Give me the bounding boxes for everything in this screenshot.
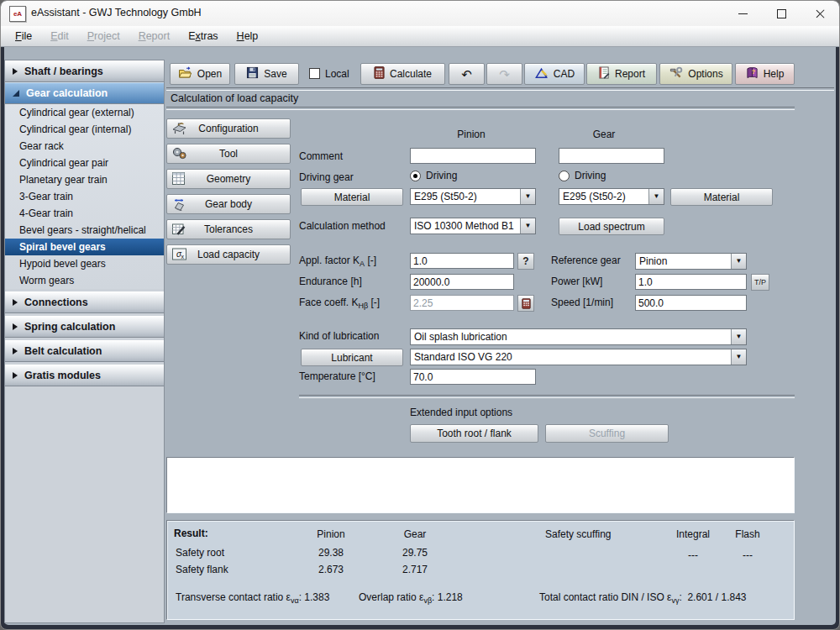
dropdown-arrow-icon[interactable]: ▼ <box>520 189 535 204</box>
torque-power-toggle-button[interactable]: T/P <box>751 274 769 291</box>
close-button[interactable] <box>801 1 839 26</box>
cad-button[interactable]: CAD <box>524 63 585 85</box>
save-button[interactable]: Save <box>234 63 299 85</box>
local-checkbox[interactable] <box>309 68 320 79</box>
lubricant-dropdown[interactable]: Standard ISO VG 220 ▼ <box>410 349 747 365</box>
message-box <box>166 457 795 513</box>
temperature-input[interactable] <box>410 369 536 385</box>
sidebar: Shaft / bearings Gear calculation Cylind… <box>4 60 165 623</box>
minimize-button[interactable] <box>723 1 762 26</box>
gear-body-button[interactable]: Gear body <box>166 194 291 214</box>
lubrication-dropdown[interactable]: Oil splash lubrication ▼ <box>410 328 747 345</box>
sidebar-item-gear-rack[interactable]: Gear rack <box>5 138 164 155</box>
calculation-method-dropdown[interactable]: ISO 10300 Method B1 ▼ <box>410 218 536 234</box>
lubrication-label: Kind of lubrication <box>299 330 379 342</box>
maximize-button[interactable] <box>762 1 801 26</box>
sidebar-item-cylindrical-gear-external[interactable]: Cylindrical gear (external) <box>5 104 164 121</box>
sidebar-section-spring-calculation[interactable]: Spring calculation <box>5 316 164 338</box>
sidebar-item-hypoid-bevel-gears[interactable]: Hypoid bevel gears <box>5 255 164 272</box>
tolerances-button[interactable]: Tolerances <box>166 219 291 239</box>
endurance-label: Endurance [h] <box>299 276 362 287</box>
driving-gear-radio[interactable]: Driving <box>559 170 606 181</box>
expanded-arrow-icon <box>13 90 19 97</box>
menubar: File Edit Project Report Extras Help <box>1 26 839 47</box>
sidebar-item-bevel-gears[interactable]: Bevel gears - straight/helical <box>5 222 164 239</box>
appl-factor-label: Appl. factor KA [-] <box>299 255 376 268</box>
geometry-button[interactable]: Geometry <box>166 169 291 189</box>
overlap-ratio: Overlap ratio εvβ: 1.218 <box>359 591 463 605</box>
tool-button[interactable]: Tool <box>166 144 291 164</box>
gear-body-icon <box>171 197 187 213</box>
undo-button[interactable]: ↶ <box>449 63 485 85</box>
dropdown-arrow-icon[interactable]: ▼ <box>731 254 746 269</box>
menu-extras[interactable]: Extras <box>179 26 227 46</box>
sidebar-item-cylindrical-gear-pair[interactable]: Cylindrical gear pair <box>5 155 164 171</box>
collapsed-arrow-icon <box>13 348 18 354</box>
configuration-icon <box>171 121 187 138</box>
sidebar-section-gratis-modules[interactable]: Gratis modules <box>5 365 164 386</box>
menu-help[interactable]: Help <box>228 26 268 46</box>
menu-file[interactable]: File <box>6 26 41 46</box>
result-col-gear: Gear <box>377 528 453 540</box>
sidebar-item-spiral-bevel-gears[interactable]: Spiral bevel gears <box>5 239 164 255</box>
open-button[interactable]: Open <box>170 63 230 85</box>
help-button[interactable]: ? Help <box>735 63 795 85</box>
sidebar-item-planetary-gear-train[interactable]: Planetary gear train <box>5 171 164 188</box>
calculate-button[interactable]: Calculate <box>360 63 445 85</box>
dropdown-arrow-icon[interactable]: ▼ <box>648 189 664 204</box>
load-capacity-button[interactable]: σx Load capacity <box>166 244 291 265</box>
open-folder-icon <box>178 66 192 81</box>
scuffing-button: Scuffing <box>545 424 669 443</box>
face-coeff-label: Face coeff. KHβ [-] <box>299 297 380 310</box>
sidebar-section-belt-calculation[interactable]: Belt calculation <box>5 340 164 362</box>
sidebar-item-4-gear-train[interactable]: 4-Gear train <box>5 205 164 222</box>
dropdown-arrow-icon[interactable]: ▼ <box>520 218 535 234</box>
tooth-root-flank-button[interactable]: Tooth root / flank <box>410 424 538 443</box>
sidebar-section-gear-calculation[interactable]: Gear calculation <box>5 82 164 104</box>
window-controls <box>723 1 839 26</box>
speed-input[interactable] <box>635 295 747 311</box>
options-tools-icon <box>669 66 683 81</box>
appl-factor-help-button[interactable]: ? <box>517 253 534 270</box>
speed-label: Speed [1/min] <box>551 297 613 308</box>
result-col-scuffing: Safety scuffing <box>545 528 612 540</box>
form-divider <box>299 395 795 398</box>
endurance-input[interactable] <box>410 274 514 290</box>
material-gear-dropdown[interactable]: E295 (St50-2) ▼ <box>559 188 664 205</box>
material-gear-button[interactable]: Material <box>670 188 773 206</box>
power-input[interactable] <box>635 274 747 290</box>
sidebar-section-connections[interactable]: Connections <box>5 291 164 313</box>
safety-flank-pinion-value: 2.673 <box>293 564 369 575</box>
appl-factor-input[interactable] <box>410 253 514 269</box>
save-floppy-icon <box>246 66 259 81</box>
radio-unselected-icon <box>559 171 570 181</box>
comment-pinion-input[interactable] <box>410 148 536 164</box>
material-pinion-dropdown[interactable]: E295 (St50-2) ▼ <box>410 188 536 205</box>
sidebar-item-3-gear-train[interactable]: 3-Gear train <box>5 188 164 205</box>
report-icon <box>598 66 610 81</box>
report-button[interactable]: Report <box>586 63 657 85</box>
material-pinion-button[interactable]: Material <box>301 188 403 206</box>
sidebar-item-cylindrical-gear-internal[interactable]: Cylindrical gear (internal) <box>5 121 164 138</box>
help-book-icon: ? <box>746 66 759 81</box>
driving-pinion-radio[interactable]: Driving <box>410 170 457 181</box>
dropdown-arrow-icon[interactable]: ▼ <box>731 329 746 344</box>
collapsed-arrow-icon <box>13 323 18 330</box>
reference-gear-dropdown[interactable]: Pinion ▼ <box>635 253 747 270</box>
result-title: Result: <box>174 528 208 539</box>
page-title: Calculation of load capacity <box>171 92 298 104</box>
local-checkbox-label: Local <box>325 68 349 80</box>
minimize-icon <box>738 13 748 14</box>
safety-root-gear-value: 29.75 <box>377 547 453 559</box>
lubricant-button[interactable]: Lubricant <box>301 349 403 366</box>
sidebar-item-worm-gears[interactable]: Worm gears <box>5 272 164 289</box>
load-spectrum-button[interactable]: Load spectrum <box>559 218 664 235</box>
total-contact-ratio: Total contact ratio DIN / ISO εvγ: 2.601… <box>539 591 746 605</box>
options-button[interactable]: Options <box>659 63 732 85</box>
dropdown-arrow-icon[interactable]: ▼ <box>731 349 746 365</box>
face-coeff-calculator-button[interactable] <box>517 295 534 312</box>
sidebar-section-shaft-bearings[interactable]: Shaft / bearings <box>5 60 164 82</box>
configuration-button[interactable]: Configuration <box>166 118 291 139</box>
window-title: eAssistant - GWJ Technology GmbH <box>31 7 202 18</box>
comment-gear-input[interactable] <box>559 148 664 164</box>
